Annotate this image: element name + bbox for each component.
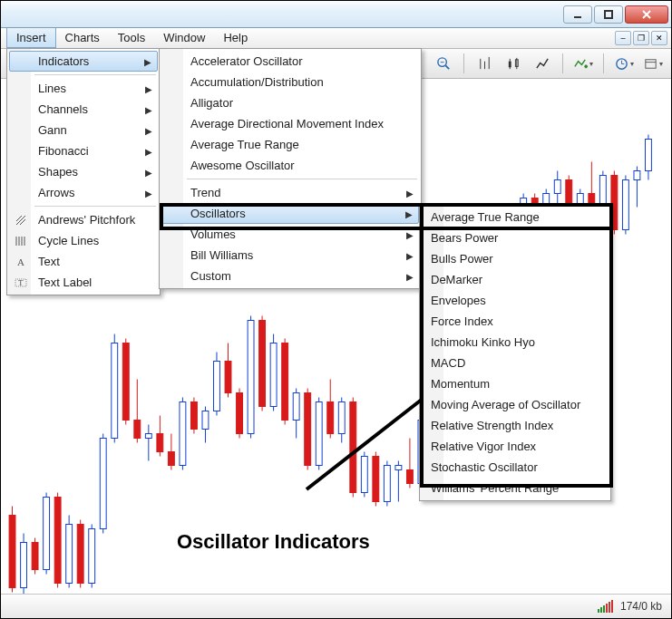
svg-rect-70 xyxy=(259,321,266,407)
svg-rect-58 xyxy=(190,402,197,430)
svg-rect-80 xyxy=(316,402,322,466)
menu-item-fibonacci[interactable]: Fibonacci▶ xyxy=(9,140,158,161)
zoom-out-button[interactable] xyxy=(431,53,456,74)
menu-item-label: Indicators xyxy=(38,54,89,68)
menu-item-macd[interactable]: MACD xyxy=(422,353,609,373)
svg-rect-76 xyxy=(293,393,299,421)
menu-item-indicators[interactable]: Indicators▶ xyxy=(9,51,158,72)
menu-item-force-index[interactable]: Force Index xyxy=(422,311,609,332)
menu-item-bears-power[interactable]: Bears Power xyxy=(422,227,609,248)
menu-item-custom[interactable]: Custom▶ xyxy=(161,266,419,286)
submenu-arrow-icon: ▶ xyxy=(145,146,152,156)
menu-item-arrows[interactable]: Arrows▶ xyxy=(9,182,158,203)
menu-item-gann[interactable]: Gann▶ xyxy=(9,120,158,140)
menu-item-ichimoku-kinko-hyo[interactable]: Ichimoku Kinko Hyo xyxy=(422,332,609,353)
minimize-button[interactable] xyxy=(563,5,592,24)
connection-text: 174/0 kb xyxy=(620,600,662,613)
maximize-button[interactable] xyxy=(594,5,623,24)
svg-text:T: T xyxy=(18,278,24,287)
menu-item-average-directional-movement-index[interactable]: Average Directional Movement Index xyxy=(161,113,419,134)
mdi-restore-button[interactable]: ❐ xyxy=(633,31,649,45)
menu-item-cycle-lines[interactable]: Cycle Lines xyxy=(9,230,158,251)
menu-item-envelopes[interactable]: Envelopes xyxy=(422,290,609,311)
menu-item-label: Williams' Percent Range xyxy=(431,481,559,495)
menu-item-awesome-oscillator[interactable]: Awesome Oscillator xyxy=(161,155,419,176)
candlestick-button[interactable] xyxy=(501,53,526,74)
svg-rect-46 xyxy=(122,343,129,421)
menu-window[interactable]: Window xyxy=(154,28,214,48)
menu-separator xyxy=(187,179,417,179)
periodicity-button[interactable]: ▾ xyxy=(611,53,637,74)
submenu-arrow-icon: ▶ xyxy=(406,271,414,281)
svg-rect-30 xyxy=(32,543,38,570)
menu-item-relative-strength-index[interactable]: Relative Strength Index xyxy=(422,415,609,436)
svg-rect-62 xyxy=(214,362,220,411)
submenu-arrow-icon: ▶ xyxy=(145,188,152,198)
menu-item-trend[interactable]: Trend▶ xyxy=(161,182,419,203)
svg-rect-54 xyxy=(168,452,174,466)
menu-item-text[interactable]: AText xyxy=(9,251,158,272)
menu-item-alligator[interactable]: Alligator xyxy=(161,92,419,113)
menu-item-channels[interactable]: Channels▶ xyxy=(9,99,158,120)
menu-help[interactable]: Help xyxy=(214,28,257,48)
menu-tools[interactable]: Tools xyxy=(109,28,154,48)
menu-item-bulls-power[interactable]: Bulls Power xyxy=(422,248,609,269)
menu-item-label: Average Directional Movement Index xyxy=(190,117,384,131)
templates-button[interactable]: ▾ xyxy=(640,53,666,74)
submenu-arrow-icon: ▶ xyxy=(145,125,152,135)
submenu-arrow-icon: ▶ xyxy=(145,104,152,114)
menu-item-andrews-pitchfork[interactable]: Andrews' Pitchfork xyxy=(9,209,158,230)
connection-bars-icon xyxy=(598,600,613,613)
svg-rect-132 xyxy=(611,176,618,230)
svg-rect-92 xyxy=(384,466,390,502)
svg-rect-64 xyxy=(225,362,231,393)
close-button[interactable] xyxy=(625,5,668,24)
menu-charts[interactable]: Charts xyxy=(56,28,109,48)
menu-item-moving-average-of-oscillator[interactable]: Moving Average of Oscillator xyxy=(422,394,609,415)
menu-item-bill-williams[interactable]: Bill Williams▶ xyxy=(161,245,419,266)
menu-item-label: Moving Average of Oscillator xyxy=(431,398,580,411)
indicators-dropdown: Accelerator OscillatorAccumulation/Distr… xyxy=(159,48,422,289)
menu-item-label: Shapes xyxy=(38,165,78,179)
menu-item-accelerator-oscillator[interactable]: Accelerator Oscillator xyxy=(161,51,419,72)
svg-rect-94 xyxy=(395,466,402,470)
menu-item-momentum[interactable]: Momentum xyxy=(422,373,609,394)
menu-item-williams-percent-range[interactable]: Williams' Percent Range xyxy=(422,478,609,498)
menu-item-label: Envelopes xyxy=(431,294,486,307)
svg-rect-52 xyxy=(157,434,163,452)
menu-item-demarker[interactable]: DeMarker xyxy=(422,269,609,290)
mdi-close-button[interactable]: ✕ xyxy=(651,31,667,45)
menu-item-label: Average True Range xyxy=(190,138,299,151)
menu-item-label: Volumes xyxy=(190,227,236,241)
menu-item-accumulation-distribution[interactable]: Accumulation/Distribution xyxy=(161,72,419,92)
toolbar-divider xyxy=(562,53,563,73)
svg-rect-23 xyxy=(646,59,656,67)
menu-item-label: Bulls Power xyxy=(431,252,493,266)
mdi-minimize-button[interactable]: – xyxy=(615,31,631,45)
menu-item-relative-vigor-index[interactable]: Relative Vigor Index xyxy=(422,436,609,457)
bar-chart-button[interactable] xyxy=(472,53,497,74)
svg-rect-130 xyxy=(599,176,606,208)
svg-rect-38 xyxy=(77,525,83,584)
svg-rect-66 xyxy=(237,393,243,434)
svg-rect-136 xyxy=(634,171,640,180)
menu-item-average-true-range[interactable]: Average True Range xyxy=(422,207,609,227)
add-indicator-button[interactable]: ▾ xyxy=(570,53,596,74)
menu-item-lines[interactable]: Lines▶ xyxy=(9,78,158,99)
menu-item-label: Custom xyxy=(190,269,231,283)
menu-insert[interactable]: Insert xyxy=(6,28,56,48)
menu-item-label: Average True Range xyxy=(431,210,540,224)
menu-item-label: DeMarker xyxy=(431,273,482,286)
menu-separator xyxy=(34,74,156,75)
menu-item-stochastic-oscillator[interactable]: Stochastic Oscillator xyxy=(422,457,609,478)
svg-rect-1 xyxy=(605,11,612,18)
menu-item-text-label[interactable]: TText Label xyxy=(9,272,158,293)
menu-item-label: Accumulation/Distribution xyxy=(190,75,324,89)
menu-item-label: Accelerator Oscillator xyxy=(190,54,303,68)
menu-item-volumes[interactable]: Volumes▶ xyxy=(161,224,419,245)
line-chart-button[interactable] xyxy=(530,53,555,74)
menu-item-shapes[interactable]: Shapes▶ xyxy=(9,161,158,182)
pitchfork-icon xyxy=(14,213,28,227)
menu-item-oscillators[interactable]: Oscillators▶ xyxy=(161,203,419,224)
menu-item-average-true-range[interactable]: Average True Range xyxy=(161,134,419,155)
